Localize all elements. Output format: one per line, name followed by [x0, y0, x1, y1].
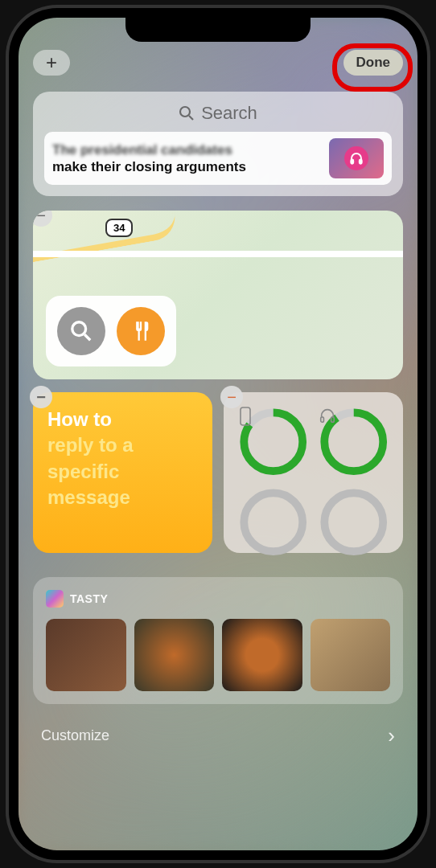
news-headline: The presidential candidates make their c…	[52, 141, 323, 176]
svg-point-0	[180, 107, 190, 117]
phone-frame: + Done Search The presidential candidate…	[9, 8, 427, 860]
chevron-right-icon: ›	[388, 723, 395, 748]
svg-line-1	[189, 116, 193, 120]
notes-widget[interactable]: − How to reply to a specific message	[33, 392, 212, 553]
phone-battery-ring	[238, 407, 309, 477]
svg-rect-2	[351, 160, 353, 164]
customize-button[interactable]: Customize ›	[33, 714, 403, 758]
minus-icon: −	[227, 388, 237, 407]
widget-row: − How to reply to a specific message −	[33, 392, 403, 553]
notes-line2: reply to a specific message	[47, 432, 198, 510]
add-widget-button[interactable]: +	[33, 50, 70, 76]
customize-label: Customize	[41, 727, 109, 744]
news-subtitle: make their closing arguments	[52, 158, 323, 175]
phone-icon	[238, 407, 253, 426]
search-placeholder: Search	[201, 103, 257, 124]
road-number-badge: 34	[105, 219, 133, 237]
tasty-widget[interactable]: TASTY	[33, 577, 403, 704]
map-controls	[46, 296, 176, 366]
notes-line1: How to	[47, 407, 198, 432]
food-icon	[130, 320, 152, 342]
minus-icon: −	[36, 387, 46, 408]
tasty-recipe-image[interactable]	[311, 619, 391, 691]
svg-point-4	[72, 322, 86, 336]
map-food-button[interactable]	[117, 307, 165, 355]
remove-batteries-button[interactable]: −	[220, 386, 243, 408]
headphones-icon	[344, 146, 368, 170]
screen: + Done Search The presidential candidate…	[19, 18, 417, 850]
svg-rect-8	[241, 407, 250, 425]
tasty-recipe-image[interactable]	[222, 619, 302, 691]
empty-battery-ring-2	[319, 487, 389, 558]
notch	[125, 18, 311, 42]
remove-notes-button[interactable]: −	[30, 386, 52, 408]
tasty-image-row	[46, 619, 390, 691]
minus-icon: −	[36, 211, 46, 225]
tasty-recipe-image[interactable]	[46, 619, 126, 691]
search-icon	[70, 320, 93, 342]
done-button-highlight	[332, 43, 413, 92]
empty-battery-ring-1	[238, 487, 309, 558]
batteries-widget[interactable]: −	[224, 392, 403, 553]
search-input[interactable]: Search	[44, 103, 392, 124]
search-news-card: Search The presidential candidates make …	[33, 92, 403, 196]
news-widget[interactable]: The presidential candidates make their c…	[44, 132, 392, 185]
svg-rect-3	[360, 160, 362, 164]
svg-point-13	[244, 493, 302, 551]
svg-rect-12	[331, 417, 334, 422]
map-search-button[interactable]	[57, 307, 105, 355]
maps-widget[interactable]: − 34	[33, 211, 403, 379]
tasty-header: TASTY	[46, 590, 390, 608]
news-thumbnail	[329, 138, 384, 178]
search-icon	[179, 105, 195, 121]
tasty-app-icon	[46, 590, 64, 608]
news-title: The presidential candidates	[52, 141, 323, 158]
tasty-label: TASTY	[70, 592, 108, 605]
content-area: + Done Search The presidential candidate…	[19, 18, 417, 850]
svg-point-14	[324, 493, 383, 551]
headphones-icon	[319, 407, 336, 424]
tasty-recipe-image[interactable]	[134, 619, 215, 691]
headphones-battery-ring	[319, 407, 389, 477]
svg-line-5	[84, 334, 90, 340]
svg-rect-11	[320, 417, 323, 422]
